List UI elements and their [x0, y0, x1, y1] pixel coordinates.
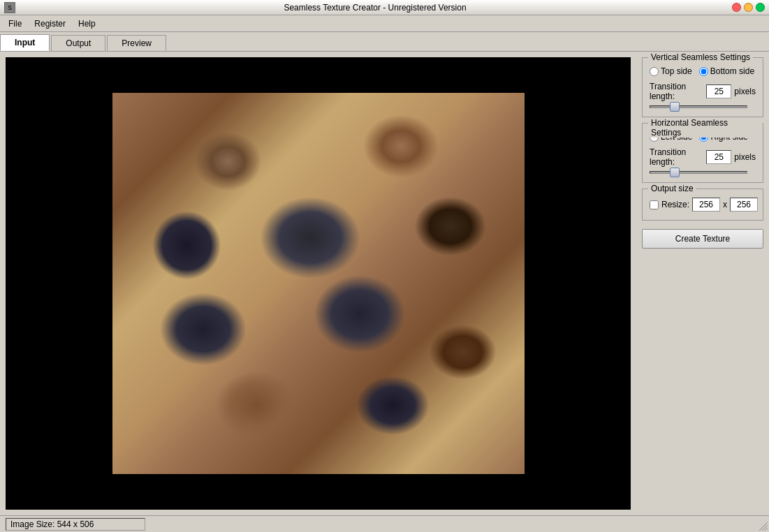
- image-panel: [6, 57, 631, 510]
- resize-grip[interactable]: [758, 521, 769, 532]
- bottom-side-label[interactable]: Bottom side: [699, 66, 754, 76]
- vertical-slider-container: [650, 105, 756, 108]
- close-button[interactable]: [732, 3, 741, 12]
- tab-output[interactable]: Output: [51, 35, 105, 51]
- menu-register[interactable]: Register: [29, 17, 71, 30]
- horizontal-transition-input[interactable]: [706, 150, 731, 164]
- vertical-radio-row: Top side Bottom side: [650, 66, 756, 76]
- stone-texture-image: [112, 93, 525, 474]
- bottom-side-radio[interactable]: [699, 67, 708, 76]
- horizontal-settings-title: Horizontal Seamless Settings: [648, 118, 763, 138]
- menu-file[interactable]: File: [3, 17, 27, 30]
- tab-preview[interactable]: Preview: [107, 35, 166, 51]
- svg-line-1: [762, 525, 768, 531]
- output-size-title: Output size: [648, 184, 696, 193]
- status-bar: Image Size: 544 x 506: [0, 515, 769, 532]
- window-title: Seamless Texture Creator - Unregistered …: [18, 3, 732, 13]
- vertical-slider-thumb[interactable]: [670, 102, 680, 112]
- tab-input[interactable]: Input: [0, 34, 50, 51]
- output-size-row: Resize: x: [650, 198, 756, 212]
- vertical-settings-title: Vertical Seamless Settings: [648, 52, 753, 62]
- top-side-radio[interactable]: [650, 67, 659, 76]
- horizontal-slider-container: [650, 171, 756, 174]
- top-side-label[interactable]: Top side: [650, 66, 692, 76]
- create-texture-button[interactable]: Create Texture: [642, 229, 763, 249]
- horizontal-slider-thumb[interactable]: [670, 168, 680, 177]
- vertical-settings-group: Vertical Seamless Settings Top side Bott…: [642, 57, 763, 117]
- resize-checkbox[interactable]: [650, 200, 659, 209]
- status-image-size: Image Size: 544 x 506: [6, 518, 145, 531]
- app-icon: S: [4, 2, 15, 13]
- vertical-slider-track[interactable]: [650, 105, 747, 108]
- horizontal-settings-group: Horizontal Seamless Settings Left side R…: [642, 123, 763, 183]
- menu-bar: File Register Help: [0, 15, 769, 32]
- window-controls: [732, 3, 765, 12]
- output-size-group: Output size Resize: x: [642, 189, 763, 221]
- right-panel: Vertical Seamless Settings Top side Bott…: [636, 52, 769, 515]
- height-input[interactable]: [730, 198, 758, 212]
- tabs-bar: Input Output Preview: [0, 32, 769, 52]
- title-bar: S Seamless Texture Creator - Unregistere…: [0, 0, 769, 15]
- vertical-transition-row: Transition length: pixels: [650, 82, 756, 101]
- maximize-button[interactable]: [756, 3, 765, 12]
- vertical-transition-input[interactable]: [706, 84, 731, 98]
- horizontal-transition-row: Transition length: pixels: [650, 147, 756, 167]
- menu-help[interactable]: Help: [73, 17, 101, 30]
- svg-line-2: [765, 528, 768, 531]
- minimize-button[interactable]: [744, 3, 753, 12]
- width-input[interactable]: [692, 198, 720, 212]
- main-content: Vertical Seamless Settings Top side Bott…: [0, 52, 769, 515]
- horizontal-slider-track[interactable]: [650, 171, 747, 174]
